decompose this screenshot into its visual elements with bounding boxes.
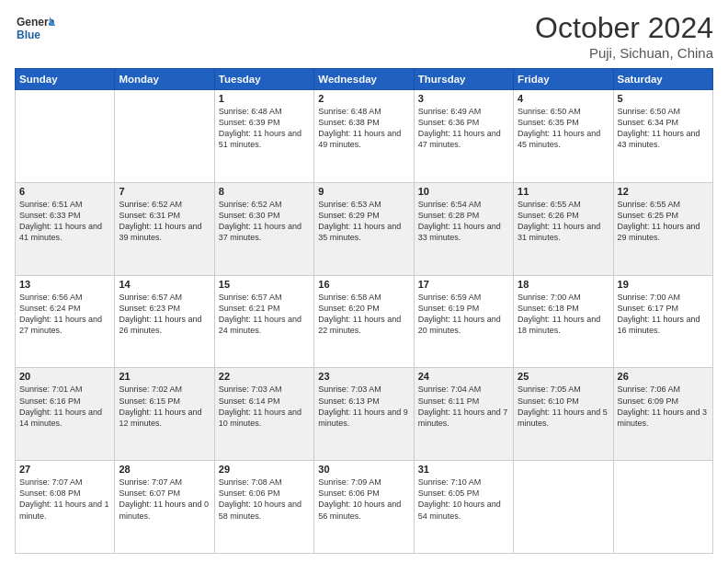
day-info: Sunrise: 6:51 AMSunset: 6:33 PMDaylight:… [19,200,102,242]
calendar-week-row: 20 Sunrise: 7:01 AMSunset: 6:16 PMDaylig… [16,368,713,461]
calendar-week-row: 6 Sunrise: 6:51 AMSunset: 6:33 PMDayligh… [16,182,713,275]
calendar-cell: 12 Sunrise: 6:55 AMSunset: 6:25 PMDaylig… [613,182,712,275]
day-number: 28 [119,464,210,475]
day-number: 27 [19,464,110,475]
day-number: 29 [219,464,310,475]
calendar-cell [613,461,712,554]
calendar-cell [115,90,214,183]
day-number: 17 [418,279,509,290]
day-info: Sunrise: 6:50 AMSunset: 6:34 PMDaylight:… [618,107,700,149]
svg-text:Blue: Blue [17,29,40,41]
day-info: Sunrise: 7:09 AMSunset: 6:06 PMDaylight:… [318,477,401,520]
day-info: Sunrise: 7:07 AMSunset: 6:08 PMDaylight:… [19,477,109,520]
day-number: 23 [318,371,409,382]
header-wednesday: Wednesday [314,69,414,90]
page: General Blue October 2024 Puji, Sichuan,… [0,0,728,563]
day-number: 26 [618,371,709,382]
day-number: 21 [119,371,210,382]
day-info: Sunrise: 6:58 AMSunset: 6:20 PMDaylight:… [318,293,401,335]
day-number: 22 [219,371,310,382]
calendar-cell: 20 Sunrise: 7:01 AMSunset: 6:16 PMDaylig… [16,368,115,461]
day-info: Sunrise: 7:05 AMSunset: 6:10 PMDaylight:… [518,385,608,427]
calendar-cell: 14 Sunrise: 6:57 AMSunset: 6:23 PMDaylig… [115,275,214,368]
day-number: 7 [119,186,210,197]
day-number: 18 [518,279,609,290]
calendar-cell: 26 Sunrise: 7:06 AMSunset: 6:09 PMDaylig… [613,368,712,461]
day-info: Sunrise: 6:50 AMSunset: 6:35 PMDaylight:… [518,107,600,149]
calendar-cell: 19 Sunrise: 7:00 AMSunset: 6:17 PMDaylig… [613,275,712,368]
day-number: 4 [518,93,609,104]
day-number: 19 [618,279,709,290]
calendar-cell: 2 Sunrise: 6:48 AMSunset: 6:38 PMDayligh… [314,90,414,183]
calendar-cell: 13 Sunrise: 6:56 AMSunset: 6:24 PMDaylig… [16,275,115,368]
calendar-week-row: 27 Sunrise: 7:07 AMSunset: 6:08 PMDaylig… [16,461,713,554]
day-info: Sunrise: 7:02 AMSunset: 6:15 PMDaylight:… [119,385,201,427]
calendar-cell: 18 Sunrise: 7:00 AMSunset: 6:18 PMDaylig… [514,275,613,368]
day-info: Sunrise: 7:00 AMSunset: 6:17 PMDaylight:… [618,293,700,335]
day-number: 24 [418,371,509,382]
calendar-cell: 15 Sunrise: 6:57 AMSunset: 6:21 PMDaylig… [214,275,313,368]
day-info: Sunrise: 7:01 AMSunset: 6:16 PMDaylight:… [19,385,102,427]
day-number: 15 [219,279,310,290]
day-info: Sunrise: 7:06 AMSunset: 6:09 PMDaylight:… [618,385,708,427]
day-info: Sunrise: 7:03 AMSunset: 6:13 PMDaylight:… [318,385,408,427]
day-info: Sunrise: 6:48 AMSunset: 6:38 PMDaylight:… [318,107,401,149]
day-number: 5 [618,93,709,104]
calendar-cell: 23 Sunrise: 7:03 AMSunset: 6:13 PMDaylig… [314,368,414,461]
calendar-cell [16,90,115,183]
calendar-cell: 8 Sunrise: 6:52 AMSunset: 6:30 PMDayligh… [214,182,313,275]
calendar-week-row: 13 Sunrise: 6:56 AMSunset: 6:24 PMDaylig… [16,275,713,368]
day-info: Sunrise: 6:49 AMSunset: 6:36 PMDaylight:… [418,107,501,149]
day-number: 1 [219,93,310,104]
day-info: Sunrise: 7:08 AMSunset: 6:06 PMDaylight:… [219,477,301,520]
month-title: October 2024 [535,11,713,45]
title-block: October 2024 Puji, Sichuan, China [535,11,713,61]
calendar-cell: 24 Sunrise: 7:04 AMSunset: 6:11 PMDaylig… [414,368,513,461]
calendar-cell: 21 Sunrise: 7:02 AMSunset: 6:15 PMDaylig… [115,368,214,461]
calendar-cell: 30 Sunrise: 7:09 AMSunset: 6:06 PMDaylig… [314,461,414,554]
day-number: 2 [318,93,409,104]
day-info: Sunrise: 6:57 AMSunset: 6:23 PMDaylight:… [119,293,201,335]
day-number: 14 [119,279,210,290]
header-monday: Monday [115,69,214,90]
day-number: 16 [318,279,409,290]
day-number: 30 [318,464,409,475]
day-info: Sunrise: 7:07 AMSunset: 6:07 PMDaylight:… [119,477,209,520]
calendar-cell: 6 Sunrise: 6:51 AMSunset: 6:33 PMDayligh… [16,182,115,275]
day-info: Sunrise: 7:00 AMSunset: 6:18 PMDaylight:… [518,293,600,335]
day-info: Sunrise: 6:48 AMSunset: 6:39 PMDaylight:… [219,107,301,149]
calendar-week-row: 1 Sunrise: 6:48 AMSunset: 6:39 PMDayligh… [16,90,713,183]
day-number: 11 [518,186,609,197]
calendar-cell: 11 Sunrise: 6:55 AMSunset: 6:26 PMDaylig… [514,182,613,275]
header-tuesday: Tuesday [214,69,313,90]
logo: General Blue [15,11,55,52]
day-number: 10 [418,186,509,197]
day-info: Sunrise: 6:52 AMSunset: 6:31 PMDaylight:… [119,200,201,242]
day-info: Sunrise: 6:54 AMSunset: 6:28 PMDaylight:… [418,200,501,242]
header-sunday: Sunday [16,69,115,90]
day-info: Sunrise: 6:55 AMSunset: 6:26 PMDaylight:… [518,200,600,242]
logo-icon: General Blue [15,11,55,52]
calendar-cell: 7 Sunrise: 6:52 AMSunset: 6:31 PMDayligh… [115,182,214,275]
svg-text:General: General [17,16,55,29]
header: General Blue October 2024 Puji, Sichuan,… [15,11,713,61]
day-number: 12 [618,186,709,197]
calendar-header-row: Sunday Monday Tuesday Wednesday Thursday… [16,69,713,90]
day-number: 8 [219,186,310,197]
calendar-cell: 29 Sunrise: 7:08 AMSunset: 6:06 PMDaylig… [214,461,313,554]
day-info: Sunrise: 7:03 AMSunset: 6:14 PMDaylight:… [219,385,301,427]
calendar-cell: 28 Sunrise: 7:07 AMSunset: 6:07 PMDaylig… [115,461,214,554]
day-number: 25 [518,371,609,382]
header-saturday: Saturday [613,69,712,90]
day-info: Sunrise: 6:55 AMSunset: 6:25 PMDaylight:… [618,200,700,242]
day-info: Sunrise: 7:04 AMSunset: 6:11 PMDaylight:… [418,385,508,427]
day-number: 6 [19,186,110,197]
day-info: Sunrise: 6:53 AMSunset: 6:29 PMDaylight:… [318,200,401,242]
calendar-cell [514,461,613,554]
header-friday: Friday [514,69,613,90]
calendar-cell: 25 Sunrise: 7:05 AMSunset: 6:10 PMDaylig… [514,368,613,461]
calendar-cell: 17 Sunrise: 6:59 AMSunset: 6:19 PMDaylig… [414,275,513,368]
day-info: Sunrise: 6:57 AMSunset: 6:21 PMDaylight:… [219,293,301,335]
calendar-cell: 16 Sunrise: 6:58 AMSunset: 6:20 PMDaylig… [314,275,414,368]
day-info: Sunrise: 7:10 AMSunset: 6:05 PMDaylight:… [418,477,501,520]
